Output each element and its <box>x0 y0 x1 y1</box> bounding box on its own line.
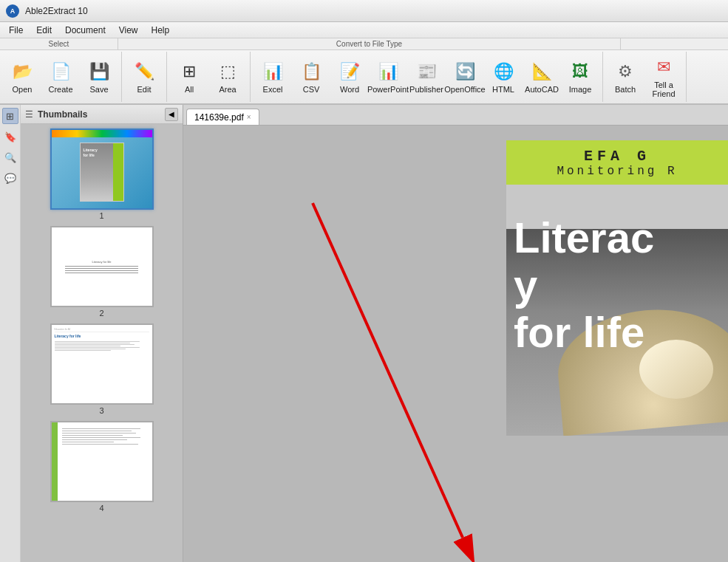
sidebar-annotations-icon[interactable]: 💬 <box>2 170 18 186</box>
thumb-num-4: 4 <box>99 504 103 513</box>
openoffice-icon: 🔄 <box>453 60 477 83</box>
word-label: Word <box>340 85 359 94</box>
powerpoint-button[interactable]: 📊 PowerPoint <box>369 52 407 102</box>
powerpoint-label: PowerPoint <box>367 85 409 94</box>
app-title: Able2Extract 10 <box>25 6 88 16</box>
html-icon: 🌐 <box>491 60 515 83</box>
thumbnails-label: Thumbnails <box>38 109 87 120</box>
tell-friend-button[interactable]: ✉ Tell a Friend <box>644 52 683 102</box>
thumbnail-page-3[interactable]: Education for All Literacy for life <box>25 323 178 415</box>
app-icon: A <box>6 4 19 18</box>
toolbar-buttons: 📂 Open 📄 Create 💾 Save ✏️ Edit ⊞ All <box>0 50 728 103</box>
pdf-header-bar: EFA G Monitoring R <box>506 140 728 185</box>
csv-button[interactable]: 📋 CSV <box>292 52 330 102</box>
edit-label: Edit <box>137 85 152 94</box>
pdf-text-line2: y <box>514 261 721 309</box>
thumbnail-panel: ☰ Thumbnails ◀ Literacyfor life 1 <box>21 105 183 562</box>
excel-icon: 📊 <box>261 60 285 83</box>
publisher-button[interactable]: 📰 Publisher <box>407 52 446 102</box>
create-label: Create <box>48 85 72 94</box>
all-label: All <box>185 85 194 94</box>
autocad-label: AutoCAD <box>525 85 559 94</box>
html-label: HTML <box>492 85 514 94</box>
select-group: ⊞ All ⬚ Area <box>167 52 251 102</box>
tab-bar: 141639e.pdf × <box>183 105 728 126</box>
menu-view[interactable]: View <box>113 24 144 37</box>
left-sidebar: ⊞ 🔖 🔍 💬 <box>0 105 21 562</box>
excel-button[interactable]: 📊 Excel <box>254 52 292 102</box>
sidebar-pages-icon[interactable]: ⊞ <box>2 108 18 124</box>
menu-file[interactable]: File <box>3 24 29 37</box>
menu-document[interactable]: Document <box>59 24 112 37</box>
title-bar: A Able2Extract 10 <box>0 0 728 22</box>
save-icon: 💾 <box>87 60 111 83</box>
autocad-icon: 📐 <box>530 60 554 83</box>
thumb-img-2: Literacy for life <box>50 226 154 307</box>
thumb-img-4 <box>50 421 154 502</box>
batch-label: Batch <box>615 85 636 94</box>
svg-line-1 <box>313 203 463 538</box>
thumb-collapse-button[interactable]: ◀ <box>165 108 178 121</box>
tab-close-button[interactable]: × <box>247 113 251 121</box>
sidebar-search-icon[interactable]: 🔍 <box>2 149 18 165</box>
tab-filename: 141639e.pdf <box>194 112 244 123</box>
csv-icon: 📋 <box>299 60 323 83</box>
create-button[interactable]: 📄 Create <box>41 52 80 102</box>
create-icon: 📄 <box>49 60 72 83</box>
thumbnail-page-4[interactable]: 4 <box>25 421 178 513</box>
area-button[interactable]: ⬚ Area <box>208 52 247 102</box>
edit-icon: ✏️ <box>132 60 156 83</box>
area-label: Area <box>219 85 236 94</box>
image-label: Image <box>569 85 592 94</box>
save-label: Save <box>89 85 108 94</box>
thumb-img-1: Literacyfor life <box>50 128 154 210</box>
image-icon: 🖼 <box>568 60 592 83</box>
open-icon: 📂 <box>10 60 34 83</box>
word-button[interactable]: 📝 Word <box>330 52 369 102</box>
main-area: ⊞ 🔖 🔍 💬 ☰ Thumbnails ◀ Literacyfor lif <box>0 105 728 562</box>
pdf-tab[interactable]: 141639e.pdf × <box>186 109 259 125</box>
edit-group: ✏️ Edit <box>122 52 167 102</box>
thumb-img-3: Education for All Literacy for life <box>50 323 154 405</box>
menu-help[interactable]: Help <box>146 24 176 37</box>
publisher-icon: 📰 <box>415 60 438 83</box>
csv-label: CSV <box>303 85 320 94</box>
html-button[interactable]: 🌐 HTML <box>484 52 523 102</box>
friend-label: Tell a Friend <box>647 80 681 98</box>
pdf-page-view: EFA G Monitoring R Literac y for life <box>506 140 728 436</box>
convert-section-label: Convert to File Type <box>118 38 621 49</box>
area-icon: ⬚ <box>216 60 239 83</box>
autocad-button[interactable]: 📐 AutoCAD <box>523 52 561 102</box>
menu-edit[interactable]: Edit <box>30 24 58 37</box>
convert-group: 📊 Excel 📋 CSV 📝 Word 📊 PowerPoint 📰 Publ… <box>251 52 603 102</box>
pdf-header-line2: Monitoring R <box>557 165 677 178</box>
open-button[interactable]: 📂 Open <box>3 52 41 102</box>
thumbnail-page-2[interactable]: Literacy for life 2 <box>25 226 178 318</box>
publisher-label: Publisher <box>409 85 443 94</box>
all-button[interactable]: ⊞ All <box>170 52 208 102</box>
open-label: Open <box>13 85 33 94</box>
excel-label: Excel <box>263 85 283 94</box>
friend-icon: ✉ <box>652 55 676 79</box>
menu-bar: File Edit Document View Help <box>0 22 728 38</box>
thumbnail-page-1[interactable]: Literacyfor life 1 <box>25 128 178 220</box>
openoffice-button[interactable]: 🔄 OpenOffice <box>446 52 484 102</box>
thumb-num-1: 1 <box>99 211 103 220</box>
pdf-cover: EFA G Monitoring R Literac y for life <box>506 140 728 436</box>
powerpoint-icon: 📊 <box>376 60 400 83</box>
thumbnail-header: ☰ Thumbnails ◀ <box>21 105 183 124</box>
batch-button[interactable]: ⚙ Batch <box>606 52 644 102</box>
document-content: EFA G Monitoring R Literac y for life <box>183 126 728 562</box>
thumb-num-2: 2 <box>99 309 103 318</box>
word-icon: 📝 <box>338 60 361 83</box>
thumbnail-list: Literacyfor life 1 Literacy for life <box>21 124 183 562</box>
edit-button[interactable]: ✏️ Edit <box>125 52 163 102</box>
select-section-label: Select <box>0 38 118 49</box>
document-area: 141639e.pdf × EFA G Monitoring R <box>183 105 728 562</box>
image-button[interactable]: 🖼 Image <box>561 52 599 102</box>
save-button[interactable]: 💾 Save <box>80 52 118 102</box>
thumb-num-3: 3 <box>99 406 103 415</box>
sidebar-bookmarks-icon[interactable]: 🔖 <box>2 128 18 145</box>
pdf-text-line3: for life <box>514 309 721 356</box>
file-group: 📂 Open 📄 Create 💾 Save <box>0 52 122 102</box>
